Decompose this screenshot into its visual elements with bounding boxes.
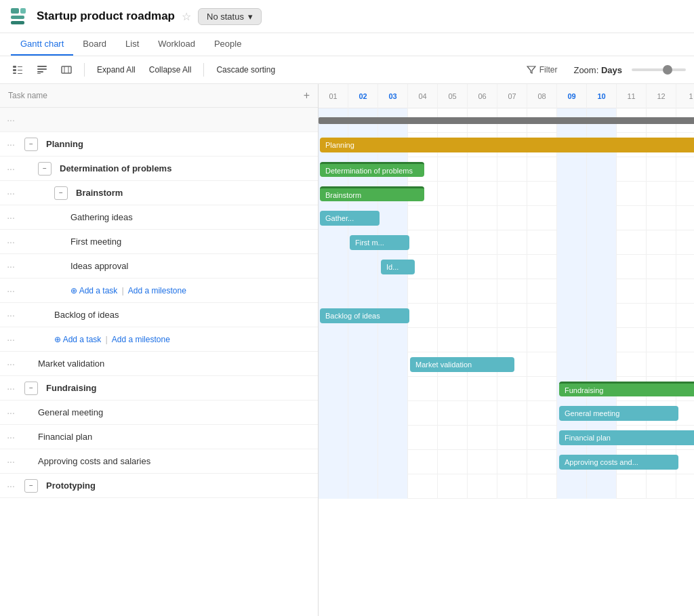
task-name-fundraising: Fundraising	[46, 383, 96, 393]
row-drag-handle[interactable]: ···	[0, 407, 22, 418]
row-drag-handle[interactable]: ···	[0, 139, 22, 150]
gantt-row-determination: Determination of problems	[319, 157, 694, 182]
row-drag-handle[interactable]: ···	[0, 480, 22, 491]
gantt-row-first-meeting: First m...	[319, 230, 694, 255]
filter-button[interactable]: Filter	[527, 65, 558, 75]
toolbar-icon-2[interactable]	[33, 60, 52, 79]
gantt-bar-determination[interactable]: Determination of problems	[320, 162, 424, 177]
app-title: Startup product roadmap	[37, 9, 175, 23]
tab-people[interactable]: People	[205, 33, 251, 56]
toolbar: Expand All Collapse All Cascade sorting …	[0, 56, 694, 84]
gantt-row-planning: Planning	[319, 133, 694, 157]
row-drag-handle[interactable]: ···	[0, 358, 22, 369]
app-icon	[11, 7, 30, 26]
add-task-button-2[interactable]: ⊕ Add a task	[54, 335, 101, 344]
day-col-07: 07	[497, 84, 527, 108]
app-header: Startup product roadmap ☆ No status ▾	[0, 0, 694, 33]
collapse-brainstorm-button[interactable]: −	[54, 186, 68, 200]
row-drag-handle[interactable]: ···	[0, 261, 22, 272]
gantt-row-backlog: Backlog of ideas	[319, 304, 694, 328]
add-milestone-button-1[interactable]: Add a milestone	[128, 286, 186, 295]
task-name-financial: Financial plan	[38, 432, 92, 442]
collapse-all-button[interactable]: Collapse All	[145, 63, 196, 77]
day-col-03: 03	[378, 84, 408, 108]
gantt-row-add2	[319, 328, 694, 352]
tab-board[interactable]: Board	[73, 33, 116, 56]
row-drag-handle[interactable]: ···	[0, 310, 22, 321]
gantt-row-top	[319, 108, 694, 133]
gantt-bar-backlog[interactable]: Backlog of ideas	[320, 308, 409, 323]
row-drag-handle[interactable]: ···	[0, 163, 22, 174]
toolbar-icon-1[interactable]	[8, 60, 27, 79]
table-row: ··· Backlog of ideas	[0, 303, 318, 327]
task-name-determination: Determination of problems	[60, 163, 171, 173]
toolbar-divider-2	[203, 63, 204, 77]
svg-rect-1	[13, 69, 16, 71]
table-row: ··· Approving costs and salaries	[0, 449, 318, 474]
gantt-bar-fundraising[interactable]: Fundraising	[559, 382, 694, 396]
day-col-04: 04	[408, 84, 438, 108]
collapse-fundraising-button[interactable]: −	[24, 382, 38, 395]
row-drag-handle[interactable]: ···	[0, 188, 22, 199]
gantt-bar-planning[interactable]: Planning	[320, 138, 694, 152]
gantt-bar-top[interactable]	[319, 117, 694, 124]
svg-rect-7	[37, 68, 47, 70]
gantt-bar-financial[interactable]: Financial plan	[559, 430, 694, 445]
table-row: ··· − Determination of problems	[0, 157, 318, 181]
gantt-row-prototyping	[319, 474, 694, 499]
table-row: ··· − Brainstorm	[0, 181, 318, 205]
row-drag-handle[interactable]: ···	[0, 285, 22, 296]
add-task-row-2: ··· ⊕ Add a task | Add a milestone	[0, 327, 318, 352]
nav-tabs: Gantt chart Board List Workload People	[0, 33, 694, 56]
task-name-brainstorm: Brainstorm	[76, 188, 123, 198]
gantt-bar-general[interactable]: General meeting	[559, 406, 678, 421]
row-drag-handle[interactable]: ···	[0, 432, 22, 443]
row-drag-handle[interactable]: ···	[0, 115, 22, 125]
tab-gantt-chart[interactable]: Gantt chart	[11, 33, 73, 56]
gantt-row-ideas-approval: Id...	[319, 255, 694, 279]
add-task-header-button[interactable]: +	[304, 89, 310, 102]
task-name-market: Market validation	[38, 358, 104, 369]
collapse-prototyping-button[interactable]: −	[24, 479, 38, 493]
day-col-10: 10	[587, 84, 617, 108]
table-row: ··· General meeting	[0, 401, 318, 425]
collapse-planning-button[interactable]: −	[24, 138, 38, 151]
add-milestone-button-2[interactable]: Add a milestone	[112, 335, 170, 344]
svg-rect-0	[13, 66, 16, 68]
toolbar-divider-1	[84, 63, 85, 77]
add-task-button-1[interactable]: ⊕ Add a task	[70, 286, 117, 295]
gantt-bar-approving[interactable]: Approving costs and...	[559, 455, 678, 470]
tab-workload[interactable]: Workload	[148, 33, 205, 56]
tab-list[interactable]: List	[116, 33, 148, 56]
gantt-bar-brainstorm[interactable]: Brainstorm	[320, 186, 424, 201]
expand-all-button[interactable]: Expand All	[93, 63, 140, 77]
toolbar-icon-3[interactable]	[57, 60, 76, 79]
table-row: ··· Gathering ideas	[0, 205, 318, 230]
gantt-row-approving: Approving costs and...	[319, 450, 694, 474]
gantt-bar-first-meeting[interactable]: First m...	[350, 235, 409, 250]
row-drag-handle[interactable]: ···	[0, 334, 22, 345]
svg-rect-4	[18, 70, 22, 70]
gantt-row-general: General meeting	[319, 401, 694, 426]
day-col-05: 05	[438, 84, 468, 108]
day-col-13: 1	[676, 84, 694, 108]
cascade-sorting-button[interactable]: Cascade sorting	[212, 63, 279, 77]
gantt-row-market: Market validation	[319, 352, 694, 377]
gantt-bar-ideas-approval[interactable]: Id...	[381, 260, 415, 274]
svg-rect-3	[18, 66, 22, 67]
row-drag-handle[interactable]: ···	[0, 456, 22, 467]
zoom-slider[interactable]	[632, 68, 686, 71]
status-button[interactable]: No status ▾	[198, 8, 262, 25]
table-row: ···	[0, 108, 318, 132]
row-drag-handle[interactable]: ···	[0, 212, 22, 223]
gantt-bar-market[interactable]: Market validation	[410, 357, 514, 372]
day-col-11: 11	[617, 84, 647, 108]
task-name-ideas-approval: Ideas approval	[70, 261, 128, 271]
gantt-row-brainstorm: Brainstorm	[319, 182, 694, 206]
row-drag-handle[interactable]: ···	[0, 383, 22, 394]
add-task-row-1: ··· ⊕ Add a task | Add a milestone	[0, 279, 318, 303]
collapse-determination-button[interactable]: −	[38, 162, 52, 176]
star-icon[interactable]: ☆	[182, 10, 191, 23]
gantt-bar-gathering[interactable]: Gather...	[320, 211, 380, 226]
row-drag-handle[interactable]: ···	[0, 237, 22, 247]
